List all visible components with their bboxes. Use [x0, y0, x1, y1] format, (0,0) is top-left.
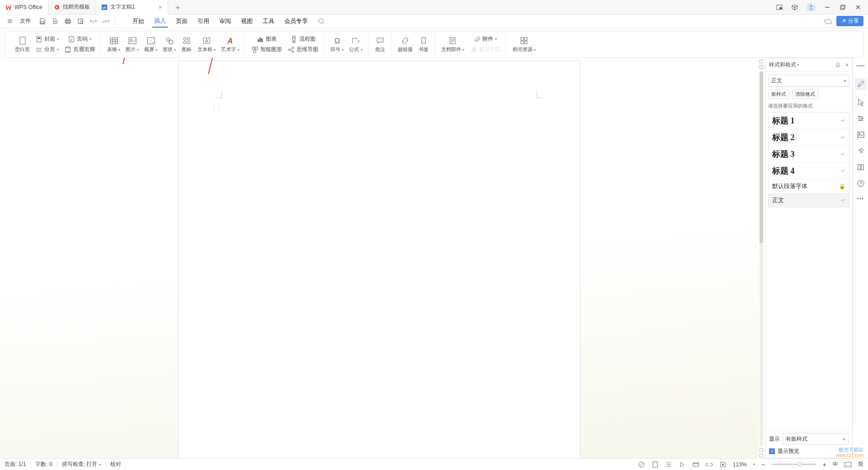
docparts-button[interactable]: 文档部件 ▾: [439, 35, 467, 54]
panel-close-icon[interactable]: ×: [845, 62, 849, 68]
style-item[interactable]: 标题 1↵: [769, 113, 849, 129]
tools-icon[interactable]: [857, 147, 865, 155]
tab-document[interactable]: W 文字文稿1 ×: [96, 0, 168, 14]
menu-tab-5[interactable]: 视图: [239, 15, 255, 27]
picture-icon[interactable]: [857, 131, 865, 139]
formula-button[interactable]: x公式 ▾: [346, 35, 365, 54]
current-style-select[interactable]: 正文 ▾: [768, 75, 849, 87]
scroll-sq1[interactable]: [760, 448, 763, 452]
pin-icon[interactable]: [835, 62, 841, 68]
close-icon[interactable]: ×: [159, 4, 162, 11]
status-page[interactable]: 页面: 1/1: [5, 461, 26, 468]
view-page-icon[interactable]: [651, 461, 659, 468]
smartart-button[interactable]: 智能图形: [249, 45, 285, 54]
close-window-icon[interactable]: [854, 4, 862, 11]
export-icon[interactable]: [52, 18, 59, 25]
book-icon[interactable]: [857, 163, 865, 171]
view-outline-icon[interactable]: [665, 461, 672, 468]
minimize-icon[interactable]: [824, 4, 831, 11]
style-item[interactable]: 标题 4↵: [769, 163, 849, 179]
vertical-scroll[interactable]: [759, 58, 764, 458]
ime-simp[interactable]: 简: [858, 461, 863, 468]
cover-button[interactable]: 封面▾: [33, 34, 61, 44]
file-menu[interactable]: 文件: [17, 15, 33, 27]
tab-templates[interactable]: 找稻壳模板: [48, 0, 96, 14]
blank-page-button[interactable]: 空白页: [12, 35, 33, 54]
dropcap-button[interactable]: A首字下沉: [467, 45, 503, 54]
menu-tab-1[interactable]: 插入: [152, 15, 168, 28]
cursor-icon[interactable]: [857, 98, 865, 106]
preview-checkbox[interactable]: ✓: [769, 448, 775, 454]
image-button[interactable]: 图片 ▾: [123, 35, 142, 54]
print-icon[interactable]: [64, 18, 71, 25]
keyboard-icon[interactable]: [844, 462, 852, 467]
pencil-icon[interactable]: [855, 78, 867, 90]
save-icon[interactable]: [39, 18, 46, 25]
collapse-icon[interactable]: —: [857, 61, 865, 70]
redo-icon[interactable]: ▾: [102, 18, 109, 25]
table-button[interactable]: 表格 ▾: [104, 35, 123, 54]
help-icon[interactable]: ?: [857, 179, 865, 188]
display-select[interactable]: 有效样式 ▾: [783, 433, 849, 445]
settings-sliders-icon[interactable]: [857, 114, 865, 122]
menu-tab-6[interactable]: 工具: [261, 15, 276, 27]
tab-home[interactable]: WPS Office: [0, 0, 48, 14]
screenshot-button[interactable]: 截屏 ▾: [142, 35, 160, 54]
textbox-button[interactable]: A文本框 ▾: [195, 35, 218, 54]
menu-tab-4[interactable]: 审阅: [217, 15, 233, 27]
document-page[interactable]: ⋮⋮: [178, 61, 580, 458]
attachment-button[interactable]: 附件▾: [467, 34, 503, 44]
chart-button[interactable]: 图表: [249, 34, 285, 44]
print-preview-icon[interactable]: [77, 18, 84, 25]
shape-button[interactable]: 形状 ▾: [160, 35, 179, 54]
fit-icon[interactable]: [719, 461, 726, 468]
share-button[interactable]: 分享: [836, 16, 863, 26]
window-pip-icon[interactable]: [776, 4, 783, 11]
scroll-thumb[interactable]: [760, 71, 763, 243]
cursor-handle-icon[interactable]: ⋮⋮: [211, 104, 222, 111]
user-avatar[interactable]: [807, 3, 816, 12]
restore-icon[interactable]: [839, 4, 846, 11]
style-item[interactable]: 正文↵: [769, 193, 849, 207]
clear-format-button[interactable]: 清除格式: [792, 89, 818, 99]
zoom-slider[interactable]: [771, 464, 816, 465]
style-item[interactable]: 默认段落字体🔒: [769, 179, 849, 193]
view-read-icon[interactable]: [679, 461, 686, 468]
scroll-sq2[interactable]: [760, 454, 763, 457]
scroll-down-icon[interactable]: [760, 65, 763, 69]
mindmap-button[interactable]: 思维导图: [285, 45, 321, 54]
dokores-button[interactable]: 稻壳资源 ▾: [510, 35, 538, 54]
flowchart-button[interactable]: 流程图: [285, 34, 321, 44]
wordart-button[interactable]: A艺术字 ▾: [218, 35, 242, 54]
undo-icon[interactable]: ▾: [90, 18, 97, 25]
view-web-icon[interactable]: [692, 461, 699, 468]
zoom-value[interactable]: 113%: [733, 461, 747, 468]
menu-tab-3[interactable]: 引用: [196, 15, 211, 27]
new-style-button[interactable]: 新样式: [768, 89, 789, 99]
comment-button[interactable]: +批注: [372, 35, 388, 54]
icon-button[interactable]: 图标: [179, 35, 195, 54]
search-icon[interactable]: [318, 18, 325, 25]
new-tab-button[interactable]: ＋: [168, 0, 187, 14]
headerfooter-button[interactable]: 页眉页脚: [61, 45, 98, 54]
hyperlink-button[interactable]: 超链接: [395, 35, 415, 54]
cube-icon[interactable]: [791, 4, 798, 11]
status-words[interactable]: 字数: 0: [35, 461, 52, 468]
zoom-out-button[interactable]: −: [761, 461, 765, 468]
menu-tab-2[interactable]: 页面: [174, 15, 189, 27]
menu-tab-0[interactable]: 开始: [131, 15, 146, 27]
scroll-up-icon[interactable]: [760, 60, 763, 63]
ime-lang[interactable]: 中: [833, 461, 838, 468]
more-icon[interactable]: •••: [857, 196, 864, 202]
status-spell[interactable]: 拼写检查: 打开 ▾: [62, 461, 101, 468]
menu-tab-7[interactable]: 会员专享: [283, 15, 310, 27]
pagebreak-button[interactable]: 分页▾: [33, 45, 61, 54]
bookmark-button[interactable]: 书签: [415, 35, 432, 54]
style-item[interactable]: 标题 2↵: [769, 129, 849, 146]
cloud-icon[interactable]: [824, 18, 832, 25]
pagenum-button[interactable]: # 页码▾: [61, 34, 98, 44]
circle-slash-icon[interactable]: [638, 461, 645, 468]
zoom-in-button[interactable]: +: [823, 461, 826, 468]
style-item[interactable]: 标题 3↵: [769, 146, 849, 163]
hamburger-icon[interactable]: [5, 17, 15, 26]
